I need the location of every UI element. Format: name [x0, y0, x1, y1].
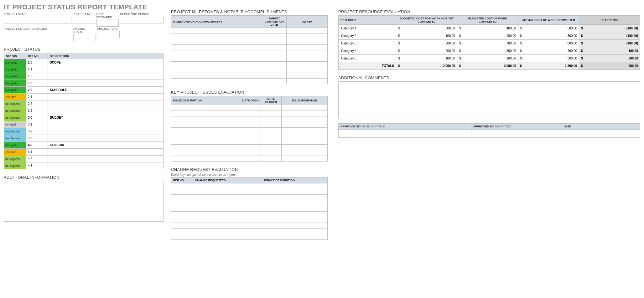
header-field: PROJECT END — [97, 27, 120, 41]
additional-info-box[interactable] — [4, 181, 164, 222]
money-cell: $2,600.00 — [518, 62, 579, 70]
status-cell[interactable]: Not Started — [4, 128, 26, 135]
money-cell: $2,000.00 — [396, 62, 457, 70]
header-field: PROJECT LEADER / MANAGER — [4, 27, 72, 41]
money-cell: $400.00 — [579, 62, 640, 70]
resource-category: Category 3 — [339, 40, 396, 47]
status-row: In Progress2.2 — [4, 100, 164, 107]
money-cell: $300.00 — [518, 55, 579, 62]
table-row[interactable] — [171, 133, 328, 139]
header-field: DATE PREPARED — [96, 13, 119, 27]
status-row: In Progress4.2 — [4, 156, 164, 162]
table-row[interactable] — [171, 73, 328, 79]
table-row[interactable] — [171, 212, 328, 217]
money-cell: $800.00 — [457, 47, 518, 55]
table-row[interactable] — [171, 145, 328, 150]
status-cell[interactable]: Complete — [4, 66, 26, 73]
table-row[interactable] — [171, 45, 328, 50]
money-cell: $600.00 — [579, 55, 640, 62]
status-cell[interactable]: Complete — [4, 59, 26, 66]
status-desc — [48, 94, 164, 100]
money-cell: $400.00 — [457, 25, 518, 32]
table-row[interactable] — [171, 139, 328, 145]
resource-table: CATEGORY BUDGETED COST FOR WORK NOT YET … — [338, 15, 640, 70]
status-cell[interactable]: Complete — [4, 73, 26, 80]
table-row[interactable] — [171, 62, 328, 67]
issues-header-open: DATE OPEN — [240, 96, 261, 105]
money-cell: $100.00 — [396, 32, 457, 40]
status-cell[interactable]: In Progress — [4, 162, 26, 169]
money-cell: $700.00 — [457, 40, 518, 47]
table-row[interactable] — [171, 206, 328, 212]
field-input[interactable] — [73, 16, 95, 23]
project-status-title: PROJECT STATUS — [4, 47, 164, 52]
status-cell[interactable]: Overdue — [4, 94, 26, 100]
status-cell[interactable]: Overdue — [4, 149, 26, 156]
issues-table: ISSUE DESCRIPTION DATE OPEN DATE CLOSED … — [171, 96, 328, 162]
table-row[interactable] — [171, 200, 328, 206]
money-cell: $100.00 — [579, 47, 640, 55]
table-row[interactable] — [171, 67, 328, 73]
table-row[interactable] — [171, 150, 328, 156]
field-input[interactable] — [73, 34, 96, 41]
approval-header-date: DATE — [562, 124, 640, 130]
status-row: Complete1.2 — [4, 73, 164, 80]
status-cell[interactable]: Complete — [4, 80, 26, 87]
field-label: PROJECT END — [97, 27, 120, 30]
table-row[interactable] — [171, 156, 328, 162]
money-cell: $900.00 — [396, 47, 457, 55]
field-input[interactable] — [4, 16, 71, 23]
status-cell[interactable]: In Progress — [4, 114, 26, 121]
comments-title: ADDITIONAL COMMENTS — [338, 75, 640, 80]
table-row[interactable] — [171, 111, 328, 116]
status-row: Complete1.1 — [4, 66, 164, 73]
status-row: Not Started3.2 — [4, 128, 164, 135]
comments-box[interactable] — [338, 81, 640, 119]
status-cell[interactable]: Complete — [4, 87, 26, 94]
field-input[interactable] — [4, 31, 72, 38]
status-cell[interactable]: Complete — [4, 142, 26, 149]
field-label: PROJECT NO. — [73, 13, 95, 16]
table-row[interactable] — [171, 33, 328, 39]
table-row[interactable] — [171, 50, 328, 56]
table-row[interactable] — [171, 79, 328, 84]
resource-row: Category 3$600.00$700.00$800.00$(100.00) — [339, 40, 640, 47]
changes-title: CHANGE REQUEST EVALUATION — [171, 167, 328, 172]
table-row[interactable] — [171, 195, 328, 200]
table-row[interactable] — [171, 183, 328, 189]
resource-totals-row: TOTALS$2,000.00$3,000.00$2,600.00$400.00 — [339, 62, 640, 70]
table-row[interactable] — [171, 116, 328, 122]
resource-row: Category 1$300.00$400.00$500.00$(100.00) — [339, 25, 640, 32]
table-row[interactable] — [171, 229, 328, 234]
totals-label: TOTALS — [339, 62, 396, 70]
field-input[interactable] — [120, 16, 164, 23]
status-cell[interactable]: In Progress — [4, 107, 26, 114]
status-cell[interactable]: On Hold — [4, 121, 26, 128]
table-row[interactable] — [171, 56, 328, 62]
status-row: In Progress2.3 — [4, 107, 164, 114]
table-row[interactable] — [171, 223, 328, 229]
money-cell: $800.00 — [518, 40, 579, 47]
status-header-description: DESCRIPTION — [48, 53, 164, 59]
table-row[interactable] — [171, 234, 328, 240]
status-ref: 1.2 — [26, 73, 48, 80]
field-label: DATE PREPARED — [96, 13, 119, 19]
status-cell[interactable]: In Progress — [4, 100, 26, 107]
table-row[interactable] — [171, 217, 328, 223]
status-desc — [48, 80, 164, 87]
table-row[interactable] — [171, 28, 328, 33]
status-cell[interactable]: In Progress — [4, 156, 26, 162]
field-input[interactable] — [96, 19, 119, 27]
status-row: Complete1.3 — [4, 80, 164, 87]
table-row[interactable] — [171, 128, 328, 133]
table-row[interactable] — [171, 39, 328, 45]
approval-row[interactable] — [339, 130, 640, 138]
table-row[interactable] — [171, 189, 328, 195]
table-row[interactable] — [171, 122, 328, 128]
resource-header-budget-completed: BUDGETED COST OF WORK COMPLETED — [457, 16, 518, 25]
additional-info-title: ADDITIONAL INFORMATION — [4, 175, 164, 180]
table-row[interactable] — [171, 105, 328, 111]
field-input[interactable] — [97, 31, 120, 38]
money-cell: $(100.00) — [579, 25, 640, 32]
status-cell[interactable]: Not Started — [4, 135, 26, 142]
